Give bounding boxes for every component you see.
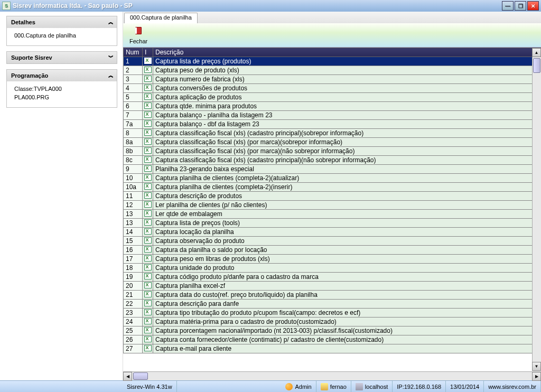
cell-icon[interactable] (143, 165, 153, 174)
table-row[interactable]: 20Captura planilha excel-zf (124, 282, 541, 291)
cell-desc[interactable]: Captura classificação fiscal (xls) (cada… (153, 156, 541, 165)
cell-icon[interactable] (143, 93, 153, 102)
cell-desc[interactable]: Captura peso de produto (xls) (153, 66, 541, 75)
cell-desc[interactable]: Captura unidade do produto (153, 264, 541, 273)
table-row[interactable]: 9Planilha 23-gerando baixa especial (124, 165, 541, 174)
fechar-button[interactable]: Fechar (129, 26, 147, 44)
cell-desc[interactable]: Planilha 23-gerando baixa especial (153, 165, 541, 174)
table-row[interactable]: 19Captura código produto p/danfe para o … (124, 273, 541, 282)
table-row[interactable]: 4Captura conversões de produtos (124, 84, 541, 93)
cell-desc[interactable]: Captura locação da planilha (153, 228, 541, 237)
cell-icon[interactable] (143, 183, 153, 192)
cell-desc[interactable]: Captura balanço - planilha da listagem 2… (153, 111, 541, 120)
table-row[interactable]: 10aCaptura planilha de clientes (complet… (124, 183, 541, 192)
table-row[interactable]: 8aCaptura classificação fiscal (xls) (po… (124, 138, 541, 147)
cell-num[interactable]: 25 (124, 326, 143, 335)
cell-icon[interactable] (143, 228, 153, 237)
table-row[interactable]: 13Ler qtde de embalagem (124, 210, 541, 219)
cell-icon[interactable] (143, 237, 153, 246)
table-row[interactable]: 2Captura peso de produto (xls) (124, 66, 541, 75)
cell-num[interactable]: 17 (124, 255, 143, 264)
cell-desc[interactable]: Captura porcentagem nacional/importado (… (153, 326, 541, 335)
cell-icon[interactable] (143, 138, 153, 147)
col-header-i[interactable]: I (143, 48, 153, 57)
close-button[interactable]: ✕ (527, 1, 539, 11)
cell-desc[interactable]: Captura tipo tributação do produto p/cup… (153, 309, 541, 318)
cell-num[interactable]: 8c (124, 156, 143, 165)
vertical-scrollbar[interactable]: ▲ ▼ (532, 57, 541, 362)
cell-num[interactable]: 15 (124, 237, 143, 246)
table-row[interactable]: 10Captura planilha de clientes (completa… (124, 174, 541, 183)
cell-icon[interactable] (143, 147, 153, 156)
table-row[interactable]: 25Captura porcentagem nacional/importado… (124, 326, 541, 335)
cell-num[interactable]: 5 (124, 93, 143, 102)
detalhes-item[interactable]: 000.Captura de planilha (14, 31, 111, 40)
cell-desc[interactable]: Captura numero de fabrica (xls) (153, 75, 541, 84)
cell-icon[interactable] (143, 129, 153, 138)
table-row[interactable]: 8bCaptura classificação fiscal (xls) (po… (124, 147, 541, 156)
cell-icon[interactable] (143, 255, 153, 264)
cell-icon[interactable] (143, 75, 153, 84)
table-row[interactable]: 16Captura da planilha o saldo por locaçã… (124, 246, 541, 255)
cell-num[interactable]: 9 (124, 165, 143, 174)
table-row[interactable]: 5Captura aplicação de produtos (124, 93, 541, 102)
cell-desc[interactable]: Ler planilha de clientes (p/ não cliente… (153, 201, 541, 210)
cell-num[interactable]: 14 (124, 228, 143, 237)
table-row[interactable]: 22Captura descrição para danfe (124, 300, 541, 309)
table-row[interactable]: 15Captura observação do produto (124, 237, 541, 246)
cell-icon[interactable] (143, 219, 153, 228)
vscroll-thumb[interactable] (533, 58, 540, 73)
cell-num[interactable]: 19 (124, 273, 143, 282)
cell-desc[interactable]: Captura descrição de produtos (153, 192, 541, 201)
cell-num[interactable]: 2 (124, 66, 143, 75)
table-row[interactable]: 26Captura conta fornecedor/cliente (cont… (124, 335, 541, 344)
cell-icon[interactable] (143, 57, 153, 66)
hscroll-thumb[interactable] (133, 372, 148, 380)
cell-num[interactable]: 13 (124, 210, 143, 219)
cell-desc[interactable]: Captura balanço - dbf da listagem 23 (153, 120, 541, 129)
cell-icon[interactable] (143, 210, 153, 219)
cell-num[interactable]: 18 (124, 264, 143, 273)
cell-desc[interactable]: Captura código produto p/danfe para o ca… (153, 273, 541, 282)
cell-num[interactable]: 20 (124, 282, 143, 291)
table-row[interactable]: 1Captura lista de preços (produtos) (124, 57, 541, 66)
cell-icon[interactable] (143, 156, 153, 165)
hscroll-track[interactable] (132, 372, 532, 381)
cell-num[interactable]: 10a (124, 183, 143, 192)
cell-num[interactable]: 7a (124, 120, 143, 129)
cell-icon[interactable] (143, 201, 153, 210)
col-header-num[interactable]: Num (124, 48, 143, 57)
cell-icon[interactable] (143, 291, 153, 300)
cell-num[interactable]: 11 (124, 192, 143, 201)
table-row[interactable]: 24Captura matéria-prima para o cadastro … (124, 318, 541, 326)
cell-desc[interactable]: Captura classificação fiscal (xls) (por … (153, 138, 541, 147)
panel-suporte-header[interactable]: Suporte Sisrev ︾ (7, 52, 117, 63)
table-row[interactable]: 8Captura classificação fiscal (xls) (cad… (124, 129, 541, 138)
table-row[interactable]: 3Captura numero de fabrica (xls) (124, 75, 541, 84)
cell-desc[interactable]: Captura qtde. minima para produtos (153, 102, 541, 111)
cell-icon[interactable] (143, 273, 153, 282)
cell-icon[interactable] (143, 120, 153, 129)
cell-desc[interactable]: Captura e-mail para cliente (153, 344, 541, 353)
cell-icon[interactable] (143, 282, 153, 291)
table-row[interactable]: 8cCaptura classificação fiscal (xls) (ca… (124, 156, 541, 165)
cell-num[interactable]: 13 (124, 219, 143, 228)
cell-num[interactable]: 7 (124, 111, 143, 120)
minimize-button[interactable]: — (502, 1, 514, 11)
cell-desc[interactable]: Captura conversões de produtos (153, 84, 541, 93)
cell-desc[interactable]: Captura planilha de clientes (completa-2… (153, 174, 541, 183)
horizontal-scrollbar[interactable]: ◀ ▶ (123, 371, 541, 380)
cell-icon[interactable] (143, 111, 153, 120)
cell-desc[interactable]: Captura lista de preços (tools) (153, 219, 541, 228)
data-grid[interactable]: Num I Descrição 1Captura lista de preços… (123, 48, 541, 353)
cell-desc[interactable]: Captura lista de preços (produtos) (153, 57, 541, 66)
cell-num[interactable]: 22 (124, 300, 143, 309)
panel-detalhes-header[interactable]: Detalhes ︽ (7, 16, 117, 28)
cell-icon[interactable] (143, 102, 153, 111)
cell-desc[interactable]: Captura peso em libras de produtos (xls) (153, 255, 541, 264)
table-row[interactable]: 7Captura balanço - planilha da listagem … (124, 111, 541, 120)
cell-desc[interactable]: Captura planilha excel-zf (153, 282, 541, 291)
cell-num[interactable]: 4 (124, 84, 143, 93)
table-row[interactable]: 18Captura unidade do produto (124, 264, 541, 273)
cell-icon[interactable] (143, 344, 153, 353)
